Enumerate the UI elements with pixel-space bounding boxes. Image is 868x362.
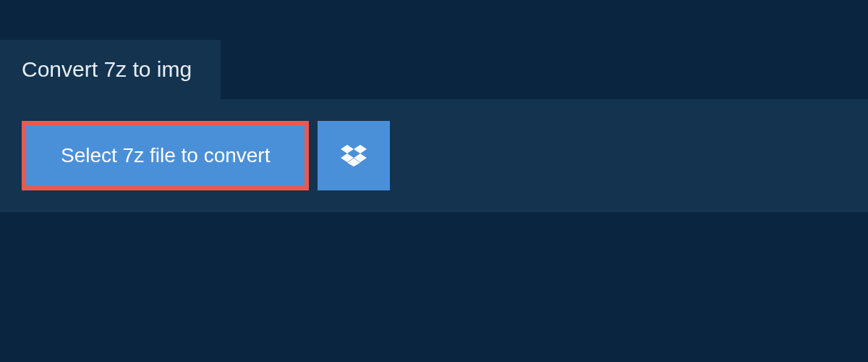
dropbox-button[interactable]	[318, 121, 390, 190]
dropbox-icon	[341, 143, 367, 169]
select-file-button[interactable]: Select 7z file to convert	[26, 125, 305, 186]
content-panel: Select 7z file to convert	[0, 99, 868, 212]
tab-header: Convert 7z to img	[0, 40, 221, 99]
select-file-highlight: Select 7z file to convert	[22, 121, 309, 190]
button-row: Select 7z file to convert	[22, 121, 846, 190]
page-title: Convert 7z to img	[22, 57, 192, 82]
